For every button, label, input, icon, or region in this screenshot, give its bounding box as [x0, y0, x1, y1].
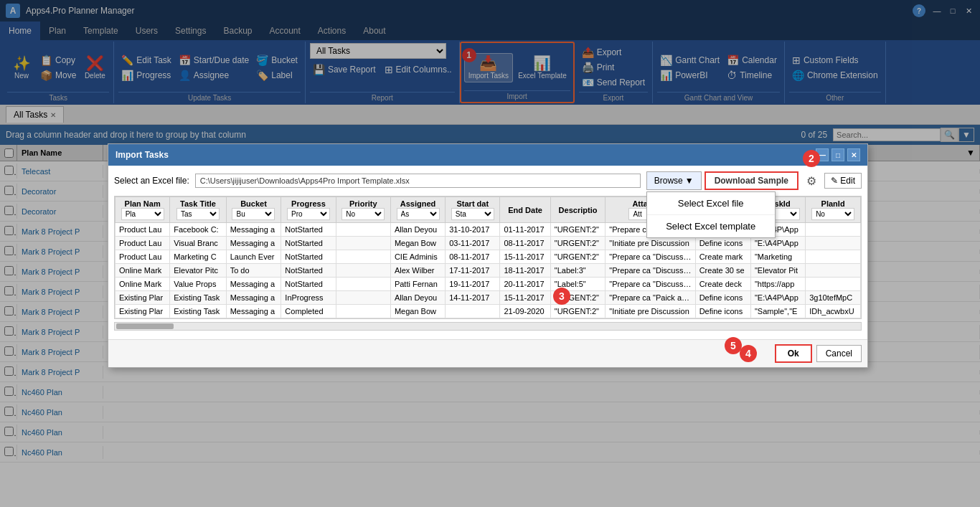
cell-desc: "URGENT:2": [550, 305, 606, 318]
cell-taskid: 3g10tefMpC: [806, 291, 861, 305]
col-end-date: End Date: [500, 197, 550, 223]
col-start-filter[interactable]: Sta: [451, 208, 494, 220]
cancel-button[interactable]: Cancel: [816, 345, 862, 362]
browse-button[interactable]: Browse ▼: [646, 171, 702, 190]
cell-end: 20-11-2017: [500, 278, 550, 291]
modal-scrollbar-thumb[interactable]: [116, 323, 174, 329]
cell-start: 14-11-2017: [446, 291, 500, 305]
badge-3: 3: [553, 288, 570, 305]
col-progress-filter[interactable]: Pro: [287, 208, 330, 220]
cell-start: 31-10-2017: [446, 223, 500, 237]
cell-end: 15-11-2017: [500, 291, 550, 305]
gear-button[interactable]: ⚙: [804, 172, 819, 190]
cell-desc2: "Prepare ca "Paick a dat: [606, 291, 695, 305]
cell-desc: "Label:3": [550, 264, 606, 278]
col-start-date: Start datSta: [446, 197, 500, 223]
cell-plan: Product Lau: [116, 223, 170, 237]
cell-show: "https://app: [750, 278, 805, 291]
cell-bucket: Messaging a: [226, 237, 281, 250]
cell-task: Existing Task: [170, 305, 226, 318]
browse-dropdown: Select Excel file Select Excel template: [646, 191, 776, 238]
cell-desc2: "Prepare ca "Discuss car: [606, 250, 695, 264]
col-plan-name: Plan NamPla: [116, 197, 170, 223]
cell-show: "Sample","E: [750, 305, 805, 318]
cell-desc: "URGENT:2": [550, 250, 606, 264]
cell-task: Facebook C:: [170, 223, 226, 237]
table-row: Online Mark Elevator Pitc To do NotStart…: [116, 264, 861, 278]
badge-5: 5: [725, 337, 742, 354]
col-task-filter[interactable]: Tas: [176, 208, 220, 220]
col-plan-filter[interactable]: Pla: [121, 208, 164, 220]
cell-progress: InProgress: [281, 291, 336, 305]
col-description: Descriptio: [550, 197, 606, 223]
cell-progress: Completed: [281, 305, 336, 318]
cell-task: Marketing C: [170, 250, 226, 264]
cell-show: "Marketing: [750, 250, 805, 264]
cell-end: 08-11-2017: [500, 237, 550, 250]
cell-show: "Elevator Pit: [750, 264, 805, 278]
badge-2: 2: [803, 150, 820, 167]
cell-plan: Online Mark: [116, 278, 170, 291]
badge-4: 4: [740, 345, 757, 362]
select-excel-template-option[interactable]: Select Excel template: [647, 215, 775, 237]
browse-download-row: Browse ▼ Download Sample: [646, 171, 798, 190]
select-excel-file-option[interactable]: Select Excel file: [647, 192, 775, 214]
cell-priority: [336, 305, 390, 318]
table-row: Existing Plar Existing Task Messaging a …: [116, 305, 861, 318]
col-priority: PriorityNo: [336, 197, 390, 223]
cell-taskid: [806, 264, 861, 278]
col-bucket-filter[interactable]: Bu: [232, 208, 275, 220]
modal-maximize-button[interactable]: □: [831, 148, 844, 161]
ok-button[interactable]: Ok: [775, 344, 812, 363]
cell-bucket: Messaging a: [226, 223, 281, 237]
download-sample-button[interactable]: Download Sample: [705, 171, 798, 190]
cell-attach: Create 30 se: [695, 264, 750, 278]
cell-progress: NotStarted: [281, 250, 336, 264]
cell-start: 19-11-2017: [446, 278, 500, 291]
cell-priority: [336, 264, 390, 278]
cell-assigned: Megan Bow: [390, 305, 445, 318]
modal-overlay: Import Tasks 3 — □ ✕ Select an Excel fil…: [0, 0, 980, 507]
cell-desc: "URGENT:2": [550, 223, 606, 237]
cell-progress: NotStarted: [281, 264, 336, 278]
col-planid: PlanIdNo: [806, 197, 861, 223]
cell-assigned: Allan Deyou: [390, 291, 445, 305]
cell-end: 18-11-2017: [500, 264, 550, 278]
cell-taskid: [806, 237, 861, 250]
cell-progress: NotStarted: [281, 223, 336, 237]
cell-bucket: Launch Ever: [226, 250, 281, 264]
cell-show: "E:\A4P\App: [750, 237, 805, 250]
cell-attach: Create mark: [695, 250, 750, 264]
cell-desc2: "Initiate pre Discussion: [606, 237, 695, 250]
browse-label: Browse: [654, 176, 683, 186]
cell-progress: NotStarted: [281, 237, 336, 250]
cell-desc2: "Initiate pre Discussion: [606, 305, 695, 318]
cell-attach: Define icons: [695, 237, 750, 250]
cell-desc2: "Prepare ca "Discuss car: [606, 278, 695, 291]
table-row: Existing Plar Existing Task Messaging a …: [116, 291, 861, 305]
modal-title: Import Tasks: [116, 150, 169, 160]
cell-assigned: Megan Bow: [390, 237, 445, 250]
cell-plan: Existing Plar: [116, 291, 170, 305]
col-priority-filter[interactable]: No: [341, 208, 385, 220]
col-planid-filter[interactable]: No: [811, 208, 854, 220]
cell-taskid: [806, 250, 861, 264]
modal-body: Select an Excel file: C:\Users\jijijuser…: [108, 166, 867, 339]
cell-desc: "URGENT:2": [550, 237, 606, 250]
cell-taskid: IDh_acwbxU: [806, 305, 861, 318]
cell-priority: [336, 278, 390, 291]
modal-window-controls: — □ ✕: [816, 148, 860, 161]
modal-title-bar: Import Tasks 3 — □ ✕: [108, 144, 867, 166]
file-label: Select an Excel file:: [114, 176, 189, 186]
edit-button[interactable]: ✎ Edit: [824, 173, 862, 189]
cell-priority: [336, 250, 390, 264]
modal-scrollbar[interactable]: [114, 322, 862, 331]
cell-end: 15-11-2017: [500, 250, 550, 264]
col-assigned-filter[interactable]: As: [397, 208, 440, 220]
modal-close-button[interactable]: ✕: [847, 148, 860, 161]
cell-task: Value Props: [170, 278, 226, 291]
cell-bucket: Messaging a: [226, 278, 281, 291]
cell-end: 21-09-2020: [500, 305, 550, 318]
col-bucket: BucketBu: [226, 197, 281, 223]
cell-start: [446, 305, 500, 318]
